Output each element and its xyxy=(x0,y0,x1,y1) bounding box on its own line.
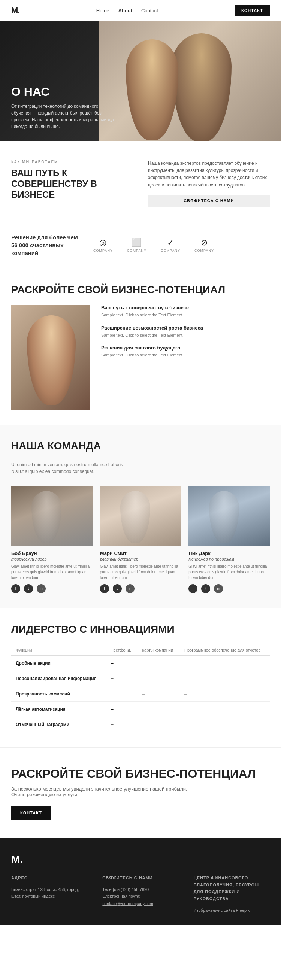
member-photo-2 xyxy=(100,486,181,546)
footer-col-resources: Центр финансового благополучия, ресурсы … xyxy=(194,874,270,914)
partner-logo-1: ◎ COMPANY xyxy=(90,235,116,254)
feature-col2-4: – xyxy=(137,717,180,732)
member-role-3: менеджер по продажам xyxy=(188,557,270,562)
nav-link-contact[interactable]: Contact xyxy=(141,8,158,13)
feature-col2-0: – xyxy=(137,655,180,671)
feature-col3-0: – xyxy=(180,655,270,671)
twitter-icon-2[interactable]: t xyxy=(113,584,122,593)
nav-link-about[interactable]: About xyxy=(118,8,132,13)
feature-desc-1: Sample text. Click to select the Text El… xyxy=(101,312,270,318)
instagram-icon-2[interactable]: in xyxy=(126,584,134,593)
feature-col1-4: + xyxy=(106,717,137,732)
footer-email-link[interactable]: contact@yourcompany.com xyxy=(102,901,153,906)
feature-col3-4: – xyxy=(180,717,270,732)
feature-label-3: Лёгкая автоматизация xyxy=(11,702,106,717)
footer-logo: M. xyxy=(11,853,270,865)
feature-col1-3: + xyxy=(106,702,137,717)
features-title: ЛИДЕРСТВО С ИННОВАЦИЯМИ xyxy=(11,623,270,636)
instagram-icon-1[interactable]: in xyxy=(37,584,46,593)
team-subtitle: Ut enim ad minim veniam, quis nostrum ul… xyxy=(11,461,131,475)
hero-title: О НАС xyxy=(11,85,116,99)
member-socials-2: f t in xyxy=(100,584,181,593)
team-member-3: Ник Дарк менеджер по продажам Glavi amet… xyxy=(188,486,270,593)
team-grid: Боб Браун творческий лидер Glavi amet ri… xyxy=(11,486,270,593)
facebook-icon-1[interactable]: f xyxy=(11,584,20,593)
member-photo-1 xyxy=(11,486,93,546)
business-image xyxy=(11,305,90,410)
feature-label-1: Персонализированная информация xyxy=(11,671,106,686)
feature-label-0: Дробные акции xyxy=(11,655,106,671)
twitter-icon-3[interactable]: t xyxy=(201,584,210,593)
twitter-icon-1[interactable]: t xyxy=(24,584,33,593)
team-title: НАША КОМАНДА xyxy=(11,440,270,452)
nav-link-home[interactable]: Home xyxy=(96,8,109,13)
table-row: Прозрачность комиссий + – – xyxy=(11,686,270,702)
feature-col3-2: – xyxy=(180,686,270,702)
cta-button[interactable]: КОНТАКТ xyxy=(11,806,51,820)
footer-col-title-1: АДРЕС xyxy=(11,874,87,881)
how-we-work-section: КАК МЫ РАБОТАЕМ ВАШ ПУТЬ К СОВЕРШЕНСТВУ … xyxy=(0,141,281,222)
how-title: ВАШ ПУТЬ К СОВЕРШЕНСТВУ В БИЗНЕСЕ xyxy=(11,168,133,200)
table-row: Дробные акции + – – xyxy=(11,655,270,671)
feature-label-4: Отмеченный наградами xyxy=(11,717,106,732)
team-member-1: Боб Браун творческий лидер Glavi amet ri… xyxy=(11,486,93,593)
nav-links: Home About Contact xyxy=(96,8,158,13)
footer: M. АДРЕС Бизнес-стрит 123, офис 456, гор… xyxy=(0,838,281,925)
feature-col1-1: + xyxy=(106,671,137,686)
member-desc-2: Glavi amet ritnisl libero molestie ante … xyxy=(100,563,181,581)
facebook-icon-2[interactable]: f xyxy=(100,584,109,593)
cta-title: РАСКРОЙТЕ СВОЙ БИЗНЕС-ПОТЕНЦИАЛ xyxy=(11,767,270,781)
member-role-1: творческий лидер xyxy=(11,557,93,562)
feature-item-1: Ваш путь к совершенству в бизнесе Sample… xyxy=(101,305,270,318)
partners-text: Решение для более чем 56 000 счастливых … xyxy=(11,233,79,257)
member-name-3: Ник Дарк xyxy=(188,550,270,556)
member-name-1: Боб Браун xyxy=(11,550,93,556)
instagram-icon-3[interactable]: in xyxy=(214,584,223,593)
table-row: Лёгкая автоматизация + – – xyxy=(11,702,270,717)
footer-col-address: АДРЕС Бизнес-стрит 123, офис 456, город,… xyxy=(11,874,87,914)
feature-col2-1: – xyxy=(137,671,180,686)
partner-logo-2: ⬜ COMPANY xyxy=(124,235,150,254)
partner-logo-4: ⊘ COMPANY xyxy=(191,235,217,254)
features-table: Функции Нестфонд. Карты компании Програм… xyxy=(11,645,270,732)
feature-col2-2: – xyxy=(137,686,180,702)
business-features: Ваш путь к совершенству в бизнесе Sample… xyxy=(101,305,270,410)
how-right: Наша команда экспертов предоставляет обу… xyxy=(148,160,270,207)
how-desc: Наша команда экспертов предоставляет обу… xyxy=(148,160,270,189)
business-section: РАСКРОЙТЕ СВОЙ БИЗНЕС-ПОТЕНЦИАЛ Ваш путь… xyxy=(0,269,281,425)
footer-address-line-1: Бизнес-стрит 123, офис 456, город, xyxy=(11,886,87,893)
member-photo-3 xyxy=(188,486,270,546)
hero-description: От интеграции технологий до командного о… xyxy=(11,103,116,130)
feature-item-3: Решения для светлого будущего Sample tex… xyxy=(101,345,270,358)
how-label: КАК МЫ РАБОТАЕМ xyxy=(11,160,133,164)
footer-address-line-2: штат, почтовый индекс xyxy=(11,893,87,900)
team-member-2: Мари Смит главный бухгалтер Glavi amet r… xyxy=(100,486,181,593)
feature-col1-2: + xyxy=(106,686,137,702)
member-name-2: Мари Смит xyxy=(100,550,181,556)
feature-title-2: Расширение возможностей роста бизнеса xyxy=(101,325,270,331)
feature-desc-2: Sample text. Click to select the Text El… xyxy=(101,332,270,339)
facebook-icon-3[interactable]: f xyxy=(188,584,198,593)
business-content: Ваш путь к совершенству в бизнесе Sample… xyxy=(11,305,270,410)
feature-label-2: Прозрачность комиссий xyxy=(11,686,106,702)
feature-col3-1: – xyxy=(180,671,270,686)
col-header-3: Карты компании xyxy=(137,645,180,656)
partners-logos: ◎ COMPANY ⬜ COMPANY ✓ COMPANY ⊘ COMPANY xyxy=(90,235,270,254)
nav-cta-button[interactable]: КОНТАКТ xyxy=(235,5,270,16)
footer-note: Изображение с сайта Freepik xyxy=(194,907,270,914)
footer-col-title-2: СВЯЖИТЕСЬ С НАМИ xyxy=(102,874,178,881)
member-socials-1: f t in xyxy=(11,584,93,593)
footer-email-label: Электронная почта: xyxy=(102,893,178,900)
nav-logo: M. xyxy=(11,6,19,15)
feature-title-3: Решения для светлого будущего xyxy=(101,345,270,350)
table-row: Отмеченный наградами + – – xyxy=(11,717,270,732)
features-section: ЛИДЕРСТВО С ИННОВАЦИЯМИ Функции Нестфонд… xyxy=(0,608,281,748)
cta-desc: За несколько месяцев мы увидели значител… xyxy=(11,786,191,797)
col-header-1: Функции xyxy=(11,645,106,656)
col-header-4: Программное обеспечение для отчётов xyxy=(180,645,270,656)
contact-us-button[interactable]: СВЯЖИТЕСЬ С НАМИ xyxy=(148,195,270,207)
member-desc-1: Glavi amet ritnisl libero molestie ante … xyxy=(11,563,93,581)
feature-title-1: Ваш путь к совершенству в бизнесе xyxy=(101,305,270,310)
partners-section: Решение для более чем 56 000 счастливых … xyxy=(0,222,281,269)
how-left: КАК МЫ РАБОТАЕМ ВАШ ПУТЬ К СОВЕРШЕНСТВУ … xyxy=(11,160,133,207)
